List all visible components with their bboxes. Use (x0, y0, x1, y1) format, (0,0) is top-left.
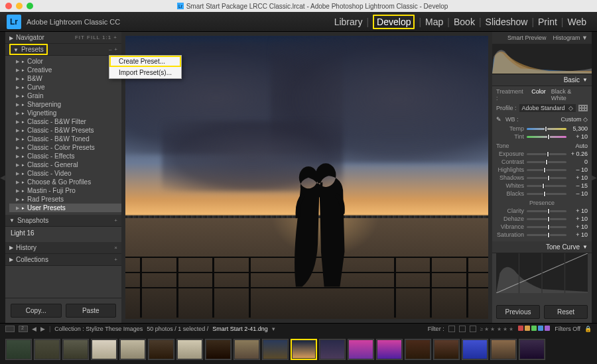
profile-browser-icon[interactable] (578, 105, 588, 111)
filmstrip-thumb[interactable] (490, 339, 517, 360)
module-develop[interactable]: Develop (369, 17, 419, 27)
preset-folder[interactable]: ▶▸Classic - B&W Presets (9, 126, 121, 135)
filter-flag-rejected[interactable] (470, 326, 476, 332)
preset-folder[interactable]: ▶▸Grain (9, 91, 121, 100)
profile-select[interactable]: Adobe Standard◇ (519, 104, 576, 112)
presets-header[interactable]: ▼Presets – + (5, 44, 121, 56)
filmstrip-thumb[interactable] (319, 339, 346, 360)
preset-folder[interactable]: ▶▸Mastin - Fuji Pro (9, 186, 121, 195)
filmstrip-thumb[interactable] (519, 339, 545, 360)
right-edge-rail[interactable]: ▶ (592, 32, 597, 323)
tint-slider[interactable] (527, 136, 566, 138)
previous-button[interactable]: Previous (496, 305, 540, 319)
whites-slider[interactable] (527, 185, 566, 187)
snapshots-header[interactable]: ▼Snapshots + (5, 215, 121, 227)
highlights-slider[interactable] (527, 169, 566, 171)
module-slideshow[interactable]: Slideshow (482, 17, 532, 27)
paste-button[interactable]: Paste (66, 304, 117, 318)
filmstrip-thumb[interactable] (291, 339, 317, 360)
import-preset-menuitem[interactable]: Import Preset(s)... (109, 67, 181, 78)
treatment-bw[interactable]: Black & White (551, 88, 588, 101)
grid-view-button[interactable] (5, 326, 15, 332)
navigator-zoom-modes[interactable]: FIT FILL 1:1 + (75, 34, 117, 40)
preset-folder[interactable]: ▶▸Classic - B&W Filter (9, 117, 121, 126)
filter-color-label[interactable] (538, 326, 543, 331)
preset-folder[interactable]: ▶▸Classic - B&W Toned (9, 135, 121, 143)
filmstrip-thumb[interactable] (34, 339, 60, 360)
histogram-label[interactable]: Histogram ▼ (553, 34, 588, 41)
filter-flag-unflagged[interactable] (459, 326, 466, 332)
filmstrip-thumb[interactable] (262, 339, 289, 360)
histogram[interactable] (492, 44, 592, 74)
preset-folder[interactable]: ▶▸Color (9, 57, 121, 66)
module-web[interactable]: Web (563, 17, 590, 27)
shadows-slider[interactable] (527, 177, 566, 179)
create-preset-menuitem[interactable]: Create Preset... (109, 56, 181, 67)
snapshots-add-button[interactable]: + (114, 217, 117, 223)
navigator-header[interactable]: ▶Navigator FIT FILL 1:1 + (5, 32, 121, 44)
treatment-color[interactable]: Color (531, 88, 546, 101)
history-header[interactable]: ▶History × (5, 242, 121, 254)
forward-arrow-icon[interactable]: ▶ (40, 326, 45, 332)
filmstrip-thumb[interactable] (148, 339, 174, 360)
presets-add-button[interactable]: + (114, 46, 117, 52)
vibrance-slider[interactable] (527, 226, 566, 228)
contrast-slider[interactable] (527, 161, 566, 163)
minimize-window-button[interactable] (16, 3, 23, 9)
filmstrip-thumb[interactable] (119, 339, 146, 360)
temp-slider[interactable] (527, 128, 566, 130)
filmstrip-thumb[interactable] (5, 339, 32, 360)
module-print[interactable]: Print (534, 17, 561, 27)
tone-curve[interactable] (496, 253, 588, 293)
wb-eyedropper-icon[interactable]: ✎ (496, 116, 501, 123)
filmstrip-thumb[interactable] (348, 339, 374, 360)
smart-preview-label[interactable]: Smart Preview (507, 34, 547, 41)
filmstrip-thumb[interactable] (62, 339, 89, 360)
preset-folder[interactable]: ▶▸Curve (9, 83, 121, 91)
dehaze-slider[interactable] (527, 218, 566, 220)
preset-folder[interactable]: ▶▸Classic - General (9, 160, 121, 169)
filter-lock-icon[interactable]: 🔒 (584, 326, 592, 332)
filmstrip-thumb[interactable] (433, 339, 460, 360)
snapshot-item[interactable]: Light 16 (11, 228, 116, 238)
module-map[interactable]: Map (421, 17, 447, 27)
preset-folder[interactable]: ▶▸Creative (9, 66, 121, 74)
auto-tone-button[interactable]: Auto (575, 143, 588, 149)
wb-select[interactable]: Custom ◇ (523, 116, 588, 123)
preset-folder[interactable]: ▶▸Classic - Effects (9, 152, 121, 160)
reset-button[interactable]: Reset (544, 305, 588, 319)
filter-flag-picked[interactable] (448, 326, 455, 332)
preset-folder[interactable]: ▶▸Rad Presets (9, 195, 121, 204)
close-window-button[interactable] (5, 3, 12, 9)
filmstrip-thumb[interactable] (176, 339, 203, 360)
preset-folder[interactable]: ▶▸Choose & Go Profiles (9, 178, 121, 186)
preset-folder[interactable]: ▶▸Classic - Video (9, 169, 121, 178)
saturation-slider[interactable] (527, 234, 566, 236)
filter-color-label[interactable] (545, 326, 550, 331)
filter-rating[interactable]: ≥ ★ ★ ★ ★ ★ (480, 326, 514, 332)
tone-curve-header[interactable]: Tone Curve▼ (492, 241, 592, 253)
preset-folder[interactable]: ▶▸User Presets (9, 204, 121, 212)
preset-folder[interactable]: ▶▸Classic - Color Presets (9, 143, 121, 152)
filmstrip-thumb[interactable] (376, 339, 403, 360)
filmstrip-thumb[interactable] (205, 339, 232, 360)
back-arrow-icon[interactable]: ◀ (32, 326, 36, 332)
exposure-slider[interactable] (527, 153, 566, 155)
module-library[interactable]: Library (330, 17, 367, 27)
basic-header[interactable]: Basic▼ (492, 74, 592, 86)
clarity-slider[interactable] (527, 210, 566, 212)
current-filename[interactable]: Smart Start 2-41.dng (212, 326, 268, 332)
filmstrip-thumb[interactable] (405, 339, 431, 360)
collection-name[interactable]: Collection : Stylize These Images (54, 326, 143, 332)
filmstrip-thumb[interactable] (462, 339, 488, 360)
filmstrip-thumb[interactable] (233, 339, 260, 360)
copy-button[interactable]: Copy... (11, 304, 62, 318)
preset-folder[interactable]: ▶▸Vignetting (9, 109, 121, 117)
left-edge-rail[interactable]: ◀ (0, 32, 5, 323)
preset-folder[interactable]: ▶▸Sharpening (9, 100, 121, 109)
filter-color-label[interactable] (531, 326, 537, 331)
filter-color-label[interactable] (525, 326, 530, 331)
blacks-slider[interactable] (527, 193, 566, 195)
maximize-window-button[interactable] (27, 3, 33, 9)
filmstrip-thumb[interactable] (91, 339, 117, 360)
